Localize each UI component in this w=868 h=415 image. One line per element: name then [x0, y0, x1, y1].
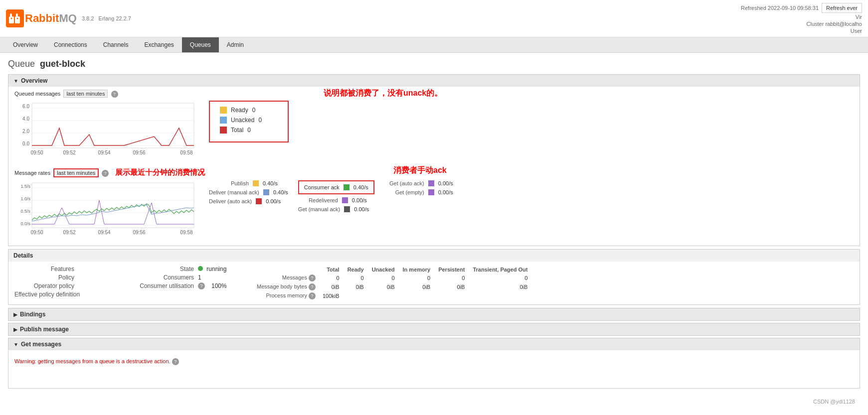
state-value: running: [198, 266, 226, 273]
chart2-container: 1.5/s 1.0/s 0.5/s 0.0/s: [14, 180, 199, 242]
queued-messages-area: Queued messages last ten minutes ? 说明都被消…: [14, 91, 854, 162]
get-messages-label: Get messages: [21, 341, 61, 348]
state-indicator: [198, 266, 203, 271]
deliver-auto-dot: [256, 198, 262, 204]
mbb-persistent: 0iB: [434, 282, 469, 291]
annotation-consumed: 说明都被消费了，没有unack的。: [324, 88, 442, 99]
bindings-header[interactable]: ▶ Bindings: [8, 308, 860, 320]
consumer-util-value: 100%: [211, 282, 227, 289]
svg-rect-24: [32, 183, 194, 228]
msg-persistent: 0: [434, 274, 469, 282]
rate-get-manual: Get (manual ack) 0.00/s: [298, 206, 374, 212]
messages-help[interactable]: ?: [309, 275, 316, 281]
policy-label: Policy: [14, 274, 74, 281]
publish-header[interactable]: ▶ Publish message: [8, 323, 860, 335]
overview-header[interactable]: ▼ Overview: [8, 75, 860, 87]
nav-connections[interactable]: Connections: [46, 37, 95, 52]
consumer-rates-col: Consumer ack 0.40/s Redelivered 0.00/s G…: [298, 180, 374, 212]
rate-get-empty: Get (empty) 0.00/s: [384, 189, 453, 195]
consumers-value: 1: [198, 274, 201, 281]
svg-text:1.5/s: 1.5/s: [20, 184, 30, 189]
svg-text:0.5/s: 0.5/s: [20, 209, 30, 214]
svg-rect-2: [10, 13, 12, 18]
page-title: Queue guet-block: [8, 59, 860, 69]
details-left: Features Policy Operator policy Effectiv…: [14, 266, 114, 300]
bindings-arrow: ▶: [13, 312, 17, 317]
deliver-auto-value: 0.00/s: [266, 198, 281, 204]
msg-total: 0: [319, 274, 344, 282]
svg-text:09:52: 09:52: [63, 150, 75, 155]
get-empty-label: Get (empty): [384, 189, 424, 195]
effective-policy-label: Effective policy definition: [14, 291, 80, 298]
nav-overview[interactable]: Overview: [5, 37, 46, 52]
col-total: Total: [319, 266, 344, 274]
right-rates-col: Get (auto ack) 0.00/s Get (empty) 0.00/s: [384, 180, 453, 195]
time-badge[interactable]: last ten minutes: [63, 90, 108, 98]
rates-time-badge[interactable]: last ten minutes: [53, 168, 99, 177]
details-content: Features Policy Operator policy Effectiv…: [14, 266, 854, 300]
get-messages-arrow: ▼: [13, 342, 18, 347]
user-label: User: [851, 28, 862, 34]
legend-total: Total 0: [220, 127, 278, 134]
message-rates-area: Message rates last ten minutes ? 展示最近十分钟…: [14, 168, 854, 242]
get-messages-warning-help[interactable]: ?: [172, 358, 179, 365]
chart2-svg: 1.5/s 1.0/s 0.5/s 0.0/s: [14, 180, 199, 240]
nav-bar: Overview Connections Channels Exchanges …: [0, 37, 868, 53]
svg-text:09:54: 09:54: [98, 230, 110, 235]
version-info: 3.8.2 Erlang 22.2.7: [82, 15, 131, 21]
chart1-legend: Ready 0 Unacked 0 Total 0: [209, 101, 289, 142]
publish-dot: [253, 180, 259, 186]
svg-text:09:56: 09:56: [133, 230, 145, 235]
rate-publish: Publish 0.40/s: [209, 180, 288, 186]
logo-mq: MQ: [59, 12, 76, 25]
top-bar: RabbitMQ 3.8.2 Erlang 22.2.7 Refreshed 2…: [0, 0, 868, 37]
legend-unacked: Unacked 0: [220, 117, 278, 124]
bindings-label: Bindings: [20, 311, 45, 318]
svg-text:09:50: 09:50: [30, 150, 43, 155]
effective-policy-row: Effective policy definition: [14, 291, 114, 298]
message-body-bytes-row: Message body bytes ? 0iB 0iB 0iB 0iB 0iB…: [254, 282, 531, 291]
left-rates-col: Publish 0.40/s Deliver (manual ack) 0.40…: [209, 180, 288, 204]
deliver-manual-dot: [263, 189, 269, 195]
svg-text:09:52: 09:52: [63, 230, 75, 235]
svg-text:09:58: 09:58: [180, 230, 192, 235]
publish-label: Publish: [209, 180, 249, 186]
features-label: Features: [14, 266, 74, 273]
cluster-label: Cluster rabbit@localho: [807, 21, 862, 27]
rabbit-icon: [6, 9, 24, 27]
refresh-button[interactable]: Refresh ever: [822, 3, 862, 13]
state-label: State: [134, 266, 194, 273]
rates-help-icon[interactable]: ?: [102, 170, 109, 177]
redelivered-label: Redelivered: [298, 197, 338, 203]
footer: CSDN @ydl1128: [8, 399, 860, 405]
col-in-memory: In memory: [399, 266, 435, 274]
pm-total: 100kiB: [319, 291, 344, 300]
nav-queues[interactable]: Queues: [182, 37, 219, 52]
nav-admin[interactable]: Admin: [219, 37, 252, 52]
mbb-help[interactable]: ?: [309, 283, 316, 290]
details-section: Details Features Policy Operator policy: [8, 249, 860, 305]
nav-channels[interactable]: Channels: [95, 37, 137, 52]
redelivered-dot: [342, 197, 348, 203]
chart1-svg: 6.0 4.0 2.0 0.0: [14, 101, 199, 160]
consumer-ack-label: Consumer ack: [304, 184, 340, 190]
svg-text:1.0/s: 1.0/s: [20, 196, 30, 201]
policy-row: Policy: [14, 274, 114, 281]
page-content: Queue guet-block ▼ Overview Queued messa…: [0, 53, 868, 415]
get-messages-header[interactable]: ▼ Get messages: [8, 338, 860, 350]
ready-color-swatch: [220, 107, 227, 114]
queued-help-icon[interactable]: ?: [111, 91, 118, 98]
consumer-ack-value: 0.40/s: [353, 184, 368, 190]
publish-label: Publish message: [20, 326, 69, 333]
col-transient: Transient, Paged Out: [469, 266, 531, 274]
svg-text:09:50: 09:50: [30, 230, 43, 235]
nav-exchanges[interactable]: Exchanges: [136, 37, 181, 52]
get-messages-controls: [14, 369, 854, 384]
mbb-unacked: 0iB: [368, 282, 399, 291]
details-label: Details: [13, 252, 33, 259]
pm-help[interactable]: ?: [309, 292, 316, 299]
operator-policy-row: Operator policy: [14, 282, 114, 289]
msg-ready: 0: [344, 274, 368, 282]
consumer-util-help[interactable]: ?: [198, 282, 205, 289]
details-header[interactable]: Details: [8, 250, 860, 262]
